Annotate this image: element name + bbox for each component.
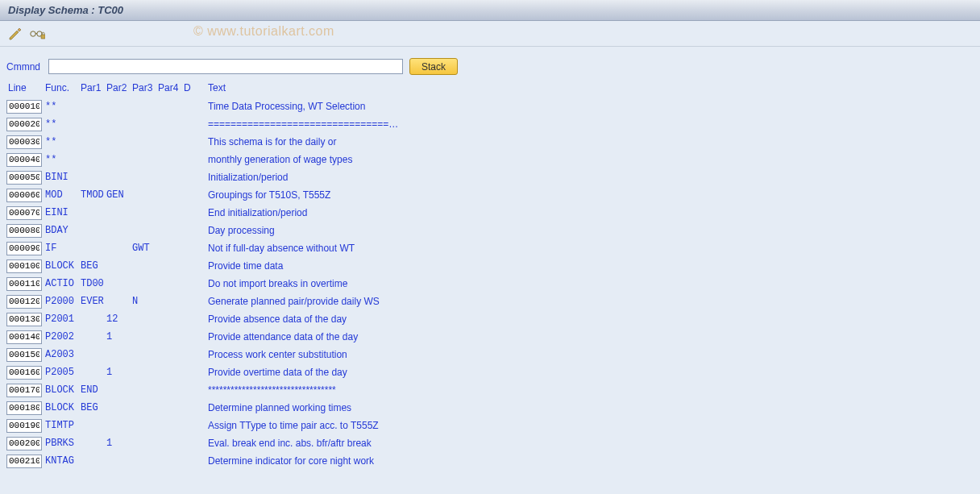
line-input[interactable]	[6, 259, 42, 273]
title-bar: Display Schema : TC00	[0, 0, 980, 21]
table-row: BLOCKBEGDetermine planned working times	[5, 399, 975, 417]
command-input[interactable]	[48, 59, 403, 74]
table-row: P2000EVERNGenerate planned pair/provide …	[5, 293, 975, 310]
cell-func: EINI	[45, 207, 81, 218]
line-input[interactable]	[6, 419, 42, 433]
table-row: EINIEnd initialization/period	[5, 204, 975, 222]
cell-line	[5, 313, 45, 326]
line-input[interactable]	[6, 401, 42, 415]
cell-line	[5, 348, 45, 362]
cell-func: BLOCK	[45, 402, 81, 413]
cell-text: Provide absence data of the day	[193, 313, 975, 325]
header-line: Line	[5, 82, 45, 93]
cell-func: **	[45, 118, 81, 130]
line-input[interactable]	[6, 330, 42, 344]
command-row: Cmmnd Stack	[5, 58, 975, 75]
stack-button[interactable]: Stack	[409, 58, 458, 75]
cell-func: IF	[45, 243, 81, 254]
line-input[interactable]	[6, 437, 42, 450]
table-row: **This schema is for the daily or	[5, 133, 975, 151]
cell-func: BLOCK	[45, 260, 81, 272]
header-par1: Par1	[81, 82, 106, 93]
table-row: A2003Process work center substitution	[5, 346, 975, 363]
cell-text: Time Data Processing, WT Selection	[193, 101, 975, 112]
cell-line	[5, 189, 45, 202]
pencil-toggle-icon[interactable]	[8, 26, 24, 42]
cell-line	[5, 100, 45, 114]
cell-func: P2000	[45, 296, 81, 307]
cell-text: Provide time data	[193, 260, 975, 272]
table-row: P20021Provide attendance data of the day	[5, 328, 975, 346]
cell-line	[5, 171, 45, 185]
table-row: PBRKS1Eval. break end inc. abs. bfr/aftr…	[5, 434, 975, 452]
cell-text: Provide overtime data of the day	[193, 367, 975, 378]
cell-text: Provide attendance data of the day	[193, 331, 975, 342]
cell-func: A2003	[45, 349, 81, 360]
table-row: BDAYDay processing	[5, 222, 975, 239]
line-input[interactable]	[6, 118, 42, 131]
table-row: MODTMODGENGroupings for T510S, T555Z	[5, 186, 975, 204]
header-par4: Par4	[158, 82, 184, 93]
line-input[interactable]	[6, 135, 42, 149]
line-input[interactable]	[6, 366, 42, 380]
glasses-lock-icon[interactable]	[29, 26, 45, 42]
cell-text: **********************************	[193, 384, 975, 396]
grid-header: Line Func. Par1 Par2 Par3 Par4 D Text	[5, 80, 975, 98]
header-par2: Par2	[106, 82, 132, 93]
header-func: Func.	[45, 82, 81, 93]
cell-func: BLOCK	[45, 384, 81, 396]
line-input[interactable]	[6, 277, 42, 291]
cell-func: **	[45, 101, 81, 112]
cell-text: Assign TType to time pair acc. to T555Z	[193, 420, 975, 431]
table-row: BLOCKBEGProvide time data	[5, 257, 975, 275]
cell-par3: N	[132, 296, 158, 307]
cell-text: Determine planned working times	[193, 402, 975, 413]
cell-par2: 1	[106, 331, 132, 342]
cell-line	[5, 206, 45, 220]
cell-line	[5, 242, 45, 255]
line-input[interactable]	[6, 100, 42, 114]
cell-text: Day processing	[193, 225, 975, 236]
cell-par2: 1	[106, 438, 132, 449]
line-input[interactable]	[6, 153, 42, 167]
table-row: BLOCKEND********************************…	[5, 381, 975, 399]
line-input[interactable]	[6, 295, 42, 309]
line-input[interactable]	[6, 242, 42, 255]
cell-par2: 12	[106, 313, 132, 325]
line-input[interactable]	[6, 224, 42, 238]
cell-text: Do not import breaks in overtime	[193, 278, 975, 289]
line-input[interactable]	[6, 348, 42, 362]
cell-text: Not if full-day absence without WT	[193, 243, 975, 254]
table-row: IFGWTNot if full-day absence without WT	[5, 239, 975, 257]
svg-rect-2	[41, 35, 45, 39]
cell-par2: 1	[106, 367, 132, 378]
line-input[interactable]	[6, 455, 42, 468]
line-input[interactable]	[6, 384, 42, 397]
header-d: D	[184, 82, 193, 93]
cell-par1: END	[81, 384, 106, 396]
cell-func: ACTIO	[45, 278, 81, 289]
content-area: Cmmnd Stack Line Func. Par1 Par2 Par3 Pa…	[0, 47, 980, 494]
line-input[interactable]	[6, 171, 42, 185]
toolbar: © www.tutorialkart.com	[0, 21, 980, 47]
cell-line	[5, 437, 45, 450]
page-title: Display Schema : TC00	[8, 4, 123, 16]
line-input[interactable]	[6, 206, 42, 220]
cell-par1: TMOD	[81, 189, 106, 201]
cell-func: **	[45, 136, 81, 147]
cell-func: P2001	[45, 313, 81, 325]
line-input[interactable]	[6, 313, 42, 326]
cell-line	[5, 384, 45, 397]
cell-func: KNTAG	[45, 455, 81, 467]
cell-line	[5, 455, 45, 468]
cell-text: Eval. break end inc. abs. bfr/aftr break	[193, 438, 975, 449]
cell-line	[5, 330, 45, 344]
table-row: **monthly generation of wage types	[5, 151, 975, 168]
svg-point-0	[31, 31, 35, 35]
cell-par1: TD00	[81, 278, 106, 289]
line-input[interactable]	[6, 189, 42, 202]
cell-text: Generate planned pair/provide daily WS	[193, 296, 975, 307]
cell-par2: GEN	[106, 189, 132, 201]
cell-text: ================================…	[193, 118, 975, 130]
cell-func: BDAY	[45, 225, 81, 236]
